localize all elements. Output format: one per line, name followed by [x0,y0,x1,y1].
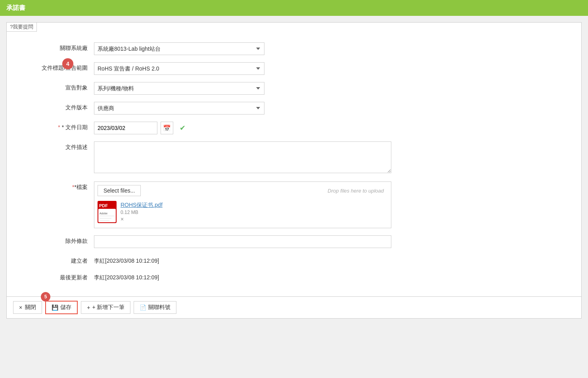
doc-title-select[interactable]: RoHS 宣告書 / RoHS 2.0 [94,62,264,75]
creator-value-wrap: 李紅[2023/03/08 10:12:09] [94,255,573,265]
file-label: **檔案 [15,181,94,191]
exclusion-clause-label: 除外條款 [15,235,94,245]
declaration-target-select[interactable]: 系列/機種/物料 [94,82,264,95]
doc-version-row: 文件版本 供應商 [15,102,573,115]
doc-version-label: 文件版本 [15,102,94,111]
doc-version-control: 供應商 [94,102,573,115]
exclusion-clause-row: 除外條款 [15,235,573,248]
step4-badge: 4 [62,58,73,69]
last-updater-value: 李紅[2023/03/08 10:12:09] [94,272,573,281]
doc-title-control: RoHS 宣告書 / RoHS 2.0 [94,62,573,75]
related-system-control: 系統廠8013-Lab light站台 [94,42,573,55]
link-material-icon: 📄 [140,304,146,311]
file-size-text: 0.12 MB [121,210,163,215]
close-icon: × [19,304,22,311]
doc-desc-control [94,141,573,174]
doc-desc-textarea[interactable] [94,141,391,173]
doc-date-row: * 文件日期 📅 ✔ [15,122,573,134]
date-wrap: 📅 ✔ [94,122,573,134]
svg-text:PDF: PDF [99,203,108,208]
doc-date-input[interactable] [94,122,157,134]
select-files-button[interactable]: Select files... [98,185,141,196]
form-body: 關聯系統廠 系統廠8013-Lab light站台 文件標題/宣告範圍 RoHS… [15,42,573,281]
file-control: Select files... Drop files here to uploa… [94,181,573,228]
file-upload-top: Select files... Drop files here to uploa… [98,185,388,199]
help-tip-button[interactable]: ?我要提問 [6,22,37,32]
close-button[interactable]: × 關閉 [13,301,42,314]
declaration-target-row: 宣告對象 系列/機種/物料 [15,82,573,95]
action-bar: 5 × 關閉 💾 儲存 + + 新增下一筆 📄 關聯料號 [6,297,582,319]
save-icon: 💾 [52,304,58,311]
last-updater-row: 最後更新者 李紅[2023/03/08 10:12:09] [15,272,573,281]
creator-row: 建立者 李紅[2023/03/08 10:12:09] [15,255,573,265]
doc-desc-label: 文件描述 [15,141,94,151]
date-valid-icon: ✔ [180,124,186,132]
last-updater-value-wrap: 李紅[2023/03/08 10:12:09] [94,272,573,281]
exclusion-clause-control [94,235,573,248]
exclusion-clause-input[interactable] [94,235,391,248]
doc-desc-row: 文件描述 [15,141,573,174]
calendar-icon: 📅 [163,124,171,132]
file-remove-button[interactable]: × [121,216,163,222]
file-row: **檔案 Select files... Drop files here to … [15,181,573,228]
doc-date-control: 📅 ✔ [94,122,573,134]
creator-label: 建立者 [15,255,94,265]
last-updater-label: 最後更新者 [15,272,94,281]
declaration-target-label: 宣告對象 [15,82,94,92]
page-header: 承諾書 [0,0,588,16]
doc-title-label: 文件標題/宣告範圍 [15,62,94,72]
add-icon: + [87,304,90,311]
add-next-button[interactable]: + + 新增下一筆 [81,301,130,314]
calendar-icon-button[interactable]: 📅 [161,122,173,134]
creator-value: 李紅[2023/03/08 10:12:09] [94,255,573,265]
related-system-label: 關聯系統廠 [15,42,94,52]
file-name-link[interactable]: ROHS保证书.pdf [121,202,163,209]
doc-version-select[interactable]: 供應商 [94,102,264,115]
drop-hint-text: Drop files here to upload [328,188,388,194]
file-upload-area: Select files... Drop files here to uploa… [94,181,391,228]
doc-date-label: * 文件日期 [15,122,94,131]
main-content: ?我要提問 4 關聯系統廠 系統廠8013-Lab light站台 文件標題/宣… [0,16,588,325]
file-item: PDF Adobe ROHS保证书.pdf 0.12 [98,199,388,225]
doc-title-row: 文件標題/宣告範圍 RoHS 宣告書 / RoHS 2.0 [15,62,573,75]
file-info: ROHS保证书.pdf 0.12 MB × [121,202,163,222]
save-button[interactable]: 💾 儲存 [45,301,78,314]
page-title: 承諾書 [6,4,25,12]
form-panel: ?我要提問 4 關聯系統廠 系統廠8013-Lab light站台 文件標題/宣… [6,22,582,297]
related-system-row: 關聯系統廠 系統廠8013-Lab light站台 [15,42,573,55]
link-material-button[interactable]: 📄 關聯料號 [134,301,176,314]
svg-rect-2 [98,209,116,222]
related-system-select[interactable]: 系統廠8013-Lab light站台 [94,42,264,55]
pdf-icon: PDF Adobe [98,201,117,223]
svg-text:Adobe: Adobe [100,212,107,215]
declaration-target-control: 系列/機種/物料 [94,82,573,95]
step5-badge: 5 [41,292,50,302]
